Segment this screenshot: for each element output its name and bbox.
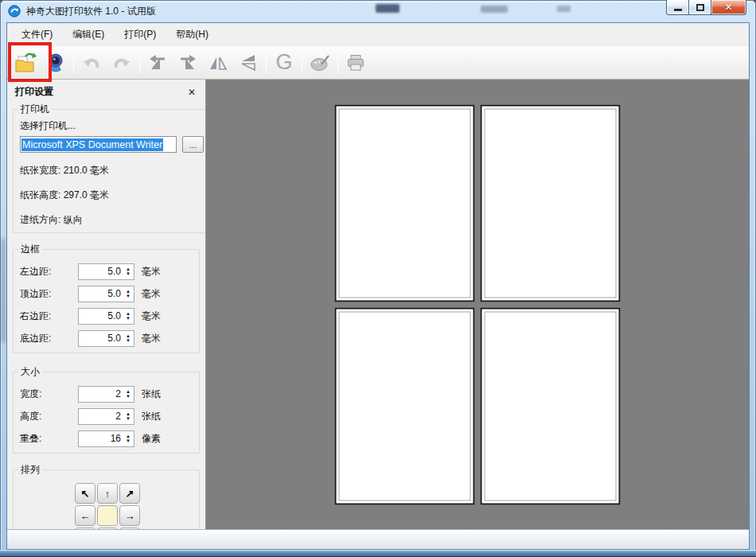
window-controls: ✕ bbox=[666, 0, 746, 15]
unit-label: 毫米 bbox=[142, 310, 161, 323]
print-settings-panel: 打印设置 ✕ 打印机 选择打印机... Microsoft XPS Docume… bbox=[7, 80, 206, 529]
app-logo-icon bbox=[8, 5, 21, 18]
maximize-button[interactable] bbox=[689, 0, 711, 15]
watermark-smudge bbox=[481, 6, 508, 13]
arrange-left-button[interactable]: ← bbox=[75, 505, 95, 526]
arrange-group: 排列 ↖ ↑ ↗ ← → ↙ ↓ ↘ bbox=[13, 463, 200, 529]
grayscale-button[interactable]: G bbox=[269, 49, 299, 77]
margin-right-label: 右边距: bbox=[20, 310, 60, 323]
arrange-pad: ↖ ↑ ↗ ← → ↙ ↓ ↘ bbox=[75, 483, 194, 529]
spinner-down-icon[interactable]: ▼ bbox=[126, 394, 131, 399]
spinner-down-icon[interactable]: ▼ bbox=[126, 338, 131, 343]
window-bottom-border bbox=[0, 550, 756, 557]
client-area: 文件(F) 编辑(E) 打印(P) 帮助(H) bbox=[6, 22, 750, 550]
watermark-smudge bbox=[376, 4, 399, 13]
panel-header: 打印设置 ✕ bbox=[7, 80, 205, 100]
feed-direction-info: 进纸方向: 纵向 bbox=[20, 213, 204, 227]
unit-label: 张纸 bbox=[142, 388, 161, 401]
spinner-down-icon[interactable]: ▼ bbox=[126, 416, 131, 421]
flip-horizontal-icon bbox=[208, 54, 228, 72]
flip-vertical-button[interactable] bbox=[233, 49, 263, 77]
margin-bottom-row: 底边距: 5.0 ▲ ▼ 毫米 bbox=[20, 329, 194, 347]
close-icon: ✕ bbox=[724, 2, 732, 13]
toolbar-separator bbox=[73, 52, 74, 74]
open-button-highlight bbox=[8, 42, 52, 82]
panel-close-icon[interactable]: ✕ bbox=[186, 87, 197, 98]
menu-bar: 文件(F) 编辑(E) 打印(P) 帮助(H) bbox=[7, 23, 749, 46]
rotate-left-icon bbox=[147, 53, 168, 72]
margin-right-row: 右边距: 5.0 ▲ ▼ 毫米 bbox=[20, 307, 194, 325]
flip-horizontal-button[interactable] bbox=[203, 49, 233, 77]
margin-left-spinner[interactable]: 5.0 ▲ ▼ bbox=[78, 263, 134, 280]
spinner-buttons: ▲ ▼ bbox=[124, 289, 134, 298]
unit-label: 毫米 bbox=[142, 265, 161, 278]
margin-right-spinner[interactable]: 5.0 ▲ ▼ bbox=[78, 308, 134, 325]
margin-bottom-spinner[interactable]: 5.0 ▲ ▼ bbox=[78, 330, 134, 347]
maximize-icon bbox=[696, 4, 704, 11]
overlap-label: 重叠: bbox=[20, 432, 60, 446]
spinner-buttons: ▲ ▼ bbox=[124, 411, 134, 421]
close-button[interactable]: ✕ bbox=[711, 0, 746, 15]
menu-help[interactable]: 帮助(H) bbox=[169, 25, 216, 45]
menu-edit[interactable]: 编辑(E) bbox=[65, 25, 111, 45]
page-preview-1 bbox=[335, 104, 475, 302]
sheets-height-label: 高度: bbox=[20, 410, 60, 423]
page-margin-line bbox=[339, 311, 471, 501]
printer-group: 打印机 选择打印机... Microsoft XPS Document Writ… bbox=[13, 103, 206, 233]
margin-top-spinner[interactable]: 5.0 ▲ ▼ bbox=[78, 286, 134, 302]
arrange-up-right-button[interactable]: ↗ bbox=[119, 483, 140, 504]
app-window: 神奇大图打印软件 1.0 - 试用版 ✕ 文件(F) 编辑(E) 打印(P) 帮… bbox=[0, 0, 756, 557]
page-preview-3 bbox=[335, 307, 475, 504]
arrange-right-button[interactable]: → bbox=[119, 505, 140, 526]
overlap-row: 重叠: 16 ▲ ▼ 像素 bbox=[20, 430, 194, 447]
sheets-width-row: 宽度: 2 ▲ ▼ 张纸 bbox=[20, 385, 194, 403]
arrange-up-left-button[interactable]: ↖ bbox=[75, 483, 95, 504]
flip-vertical-icon bbox=[239, 53, 258, 72]
color-adjust-button[interactable] bbox=[305, 49, 335, 77]
arrange-up-button[interactable]: ↑ bbox=[97, 483, 118, 504]
spinner-buttons: ▲ ▼ bbox=[124, 267, 134, 276]
printer-name-selected-text: Microsoft XPS Document Writer bbox=[21, 138, 163, 151]
border-group: 边框 左边距: 5.0 ▲ ▼ 毫米 顶边距: bbox=[13, 243, 200, 353]
main-content: 打印设置 ✕ 打印机 选择打印机... Microsoft XPS Docume… bbox=[7, 80, 749, 529]
browse-printer-button[interactable]: ... bbox=[182, 136, 204, 153]
sheets-width-spinner[interactable]: 2 ▲ ▼ bbox=[78, 386, 134, 403]
size-group-legend: 大小 bbox=[18, 365, 42, 379]
menu-print[interactable]: 打印(P) bbox=[117, 25, 163, 45]
spinner-down-icon[interactable]: ▼ bbox=[126, 438, 131, 443]
redo-icon bbox=[111, 53, 132, 72]
spinner-down-icon[interactable]: ▼ bbox=[126, 294, 131, 298]
redo-button[interactable] bbox=[107, 49, 137, 77]
printer-group-legend: 打印机 bbox=[18, 103, 52, 116]
rotate-right-button[interactable] bbox=[173, 49, 203, 77]
margin-top-row: 顶边距: 5.0 ▲ ▼ 毫米 bbox=[20, 285, 194, 302]
overlap-spinner[interactable]: 16 ▲ ▼ bbox=[78, 430, 134, 447]
title-bar: 神奇大图打印软件 1.0 - 试用版 ✕ bbox=[0, 0, 756, 22]
arrange-center-button[interactable] bbox=[97, 505, 118, 526]
rotate-left-button[interactable] bbox=[142, 49, 173, 77]
undo-button[interactable] bbox=[76, 49, 107, 77]
rotate-right-icon bbox=[177, 53, 198, 72]
printer-icon bbox=[345, 54, 366, 72]
minimize-icon bbox=[674, 9, 682, 11]
minimize-button[interactable] bbox=[666, 0, 689, 15]
spinner-buttons: ▲ ▼ bbox=[124, 311, 134, 321]
sheets-height-spinner[interactable]: 2 ▲ ▼ bbox=[78, 408, 134, 425]
border-group-legend: 边框 bbox=[18, 243, 42, 256]
margin-left-row: 左边距: 5.0 ▲ ▼ 毫米 bbox=[20, 263, 194, 280]
spinner-down-icon[interactable]: ▼ bbox=[126, 316, 131, 321]
paper-width-info: 纸张宽度: 210.0 毫米 bbox=[20, 164, 204, 177]
spinner-buttons: ▲ ▼ bbox=[124, 389, 134, 399]
printer-name-input[interactable]: Microsoft XPS Document Writer bbox=[20, 136, 177, 153]
preview-canvas bbox=[206, 80, 749, 529]
margin-top-label: 顶边距: bbox=[20, 287, 60, 301]
unit-label: 张纸 bbox=[142, 410, 161, 423]
watermark-smudge bbox=[1, 239, 6, 342]
print-button[interactable] bbox=[341, 49, 371, 77]
watermark-smudge bbox=[557, 6, 571, 12]
spinner-down-icon[interactable]: ▼ bbox=[126, 271, 131, 276]
toolbar-separator bbox=[139, 52, 140, 74]
paper-height-info: 纸张高度: 297.0 毫米 bbox=[20, 189, 204, 202]
unit-label: 像素 bbox=[142, 432, 161, 446]
undo-icon bbox=[81, 53, 102, 72]
